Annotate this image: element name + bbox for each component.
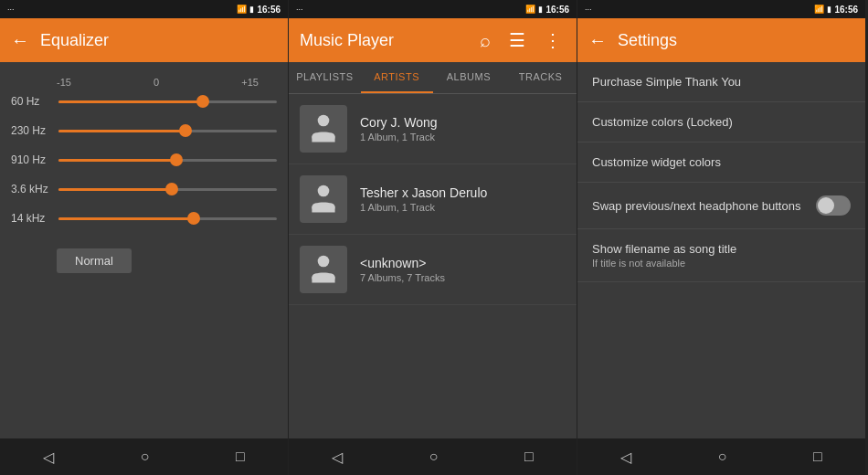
bottom-nav-st: ◁ ○ □ (577, 438, 865, 475)
eq-content: -15 0 +15 60 Hz230 Hz910 Hz3.6 kHz14 kHz… (0, 62, 288, 438)
eq-thumb-1[interactable] (179, 124, 192, 137)
top-bar-st: ← Settings (577, 18, 865, 62)
settings-value-4: If title is not available (592, 258, 851, 269)
eq-fill-4 (58, 217, 194, 220)
recent-nav-st[interactable]: □ (813, 449, 822, 465)
back-button-st[interactable]: ← (588, 30, 607, 51)
signal-dots: ··· (7, 5, 15, 14)
settings-item-0[interactable]: Purchase Simple Thank You (577, 62, 865, 102)
status-bar-eq: ··· 📶 ▮ 16:56 (0, 0, 288, 18)
bottom-nav-mp: ◁ ○ □ (289, 438, 577, 475)
eq-scale-max: +15 (241, 77, 259, 88)
artist-item-0[interactable]: Cory J. Wong1 Album, 1 Track (289, 94, 577, 164)
battery-icon: ▮ (249, 5, 254, 14)
status-time-mp: 16:56 (545, 5, 569, 15)
svg-point-0 (318, 115, 330, 127)
eq-row-4: 14 kHz (11, 212, 277, 225)
eq-scale-min: -15 (57, 77, 71, 88)
eq-row-1: 230 Hz (11, 124, 277, 137)
status-icons-mp: 📶 ▮ 16:56 (525, 5, 569, 15)
svg-rect-3 (316, 133, 331, 136)
eq-fill-0 (58, 100, 203, 103)
eq-thumb-2[interactable] (170, 153, 183, 166)
bottom-nav-eq: ◁ ○ □ (0, 438, 288, 475)
back-nav-st[interactable]: ◁ (620, 449, 631, 466)
eq-track-0[interactable] (58, 100, 277, 103)
status-bar-mp: ··· 📶 ▮ 16:56 (289, 0, 577, 18)
tab-artists[interactable]: ARTISTS (361, 62, 433, 93)
eq-thumb-3[interactable] (165, 183, 178, 195)
eq-track-3[interactable] (58, 188, 277, 191)
eq-thumb-0[interactable] (196, 95, 209, 108)
artist-avatar-0 (300, 105, 347, 153)
back-button-eq[interactable]: ← (11, 30, 29, 51)
home-nav-mp[interactable]: ○ (429, 449, 439, 465)
wifi-icon: 📶 (237, 5, 247, 14)
svg-rect-7 (316, 204, 331, 206)
back-nav-mp[interactable]: ◁ (332, 449, 343, 466)
artist-info-2: <unknown>7 Albums, 7 Tracks (360, 256, 445, 283)
artist-avatar-2 (300, 246, 347, 293)
page-title-eq: Equalizer (40, 31, 277, 50)
battery-icon-mp: ▮ (538, 5, 543, 14)
status-left-mp: ··· (296, 5, 303, 14)
eq-scale-mid: 0 (153, 77, 159, 88)
eq-label-3: 3.6 kHz (11, 183, 51, 195)
artist-item-1[interactable]: Tesher x Jason Derulo1 Album, 1 Track (289, 164, 577, 235)
filter-button[interactable]: ☰ (505, 26, 529, 55)
eq-row-0: 60 Hz (11, 95, 277, 108)
artist-sub-1: 1 Album, 1 Track (360, 202, 487, 213)
settings-text-2: Customize widget colors (592, 155, 851, 169)
more-button[interactable]: ⋮ (540, 26, 566, 55)
artist-info-0: Cory J. Wong1 Album, 1 Track (360, 115, 438, 142)
status-bar-st: ··· 📶 ▮ 16:56 (577, 0, 865, 18)
eq-track-2[interactable] (58, 159, 277, 162)
settings-list: Purchase Simple Thank YouCustomize color… (577, 62, 865, 438)
artist-item-2[interactable]: <unknown>7 Albums, 7 Tracks (289, 235, 577, 305)
signal-dots-mp: ··· (296, 5, 303, 14)
signal-dots-st: ··· (585, 5, 592, 14)
status-icons-st: 📶 ▮ 16:56 (814, 5, 858, 15)
settings-item-4[interactable]: Show filename as song titleIf title is n… (577, 229, 865, 282)
back-nav-eq[interactable]: ◁ (43, 449, 54, 466)
page-title-mp: Music Player (300, 31, 465, 50)
artist-info-1: Tesher x Jason Derulo1 Album, 1 Track (360, 185, 487, 213)
settings-label-0: Purchase Simple Thank You (592, 75, 851, 89)
settings-label-3: Swap previous/next headphone buttons (592, 199, 816, 213)
artist-name-2: <unknown> (360, 256, 445, 270)
recent-nav-mp[interactable]: □ (524, 449, 534, 465)
home-nav-st[interactable]: ○ (718, 449, 727, 465)
search-button[interactable]: ⌕ (476, 26, 494, 55)
artist-name-1: Tesher x Jason Derulo (360, 185, 487, 200)
eq-row-3: 3.6 kHz (11, 183, 277, 195)
toggle-knob-3 (818, 197, 834, 214)
eq-thumb-4[interactable] (187, 212, 200, 225)
page-title-st: Settings (618, 31, 854, 50)
eq-track-4[interactable] (58, 217, 277, 220)
toggle-3[interactable] (816, 195, 851, 216)
settings-item-1[interactable]: Customize colors (Locked) (577, 102, 865, 142)
preset-button[interactable]: Normal (57, 248, 132, 273)
eq-track-1[interactable] (58, 130, 277, 132)
eq-label-2: 910 Hz (11, 153, 51, 166)
svg-point-4 (318, 185, 330, 197)
eq-fill-1 (58, 130, 185, 132)
settings-text-4: Show filename as song titleIf title is n… (592, 242, 851, 269)
eq-scale: -15 0 +15 (11, 77, 277, 95)
equalizer-panel: ··· 📶 ▮ 16:56 ← Equalizer -15 0 +15 60 H… (0, 0, 289, 475)
tabs: PLAYLISTSARTISTSALBUMSTRACKS (289, 62, 577, 94)
svg-point-8 (318, 256, 330, 268)
svg-rect-11 (316, 274, 331, 277)
settings-text-1: Customize colors (Locked) (592, 115, 851, 129)
tab-tracks[interactable]: TRACKS (504, 62, 577, 93)
recent-nav-eq[interactable]: □ (236, 449, 245, 465)
eq-label-1: 230 Hz (11, 124, 51, 137)
tab-albums[interactable]: ALBUMS (433, 62, 505, 93)
settings-text-0: Purchase Simple Thank You (592, 75, 851, 89)
settings-item-2[interactable]: Customize widget colors (577, 142, 865, 183)
eq-label-4: 14 kHz (11, 212, 51, 225)
settings-item-3[interactable]: Swap previous/next headphone buttons (577, 183, 865, 229)
tab-playlists[interactable]: PLAYLISTS (289, 62, 361, 93)
settings-label-4: Show filename as song title (592, 242, 851, 256)
home-nav-eq[interactable]: ○ (141, 449, 150, 465)
